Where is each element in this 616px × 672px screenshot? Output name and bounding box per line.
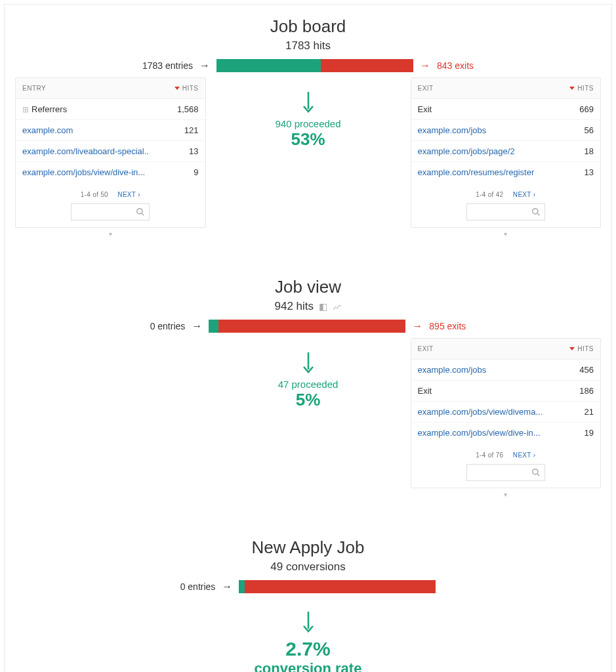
entries-label: 1783 entries bbox=[142, 60, 193, 71]
exits-label: 895 exits bbox=[429, 321, 466, 331]
arrow-down-icon bbox=[302, 610, 315, 634]
final-column: 2.7% conversion rate 49 out of 1783 visi… bbox=[11, 593, 605, 672]
row-hits: 456 bbox=[561, 365, 594, 375]
table-row[interactable]: ⊞Referrers1,568 bbox=[16, 99, 205, 120]
row-label: Exit bbox=[418, 386, 432, 396]
expand-icon[interactable]: ⊞ bbox=[22, 105, 29, 114]
row-hits: 186 bbox=[561, 386, 594, 396]
row-label[interactable]: example.com/jobs/page/2 bbox=[418, 146, 515, 156]
table-row[interactable]: example.com/jobs/view/dive-in...19 bbox=[411, 423, 601, 443]
exit-panel: EXIT HITS Exit669example.com/jobs56examp… bbox=[411, 77, 602, 228]
search-icon bbox=[531, 468, 541, 477]
panel-footer: 1-4 of 50 NEXT › bbox=[16, 182, 205, 227]
svg-line-4 bbox=[537, 213, 540, 216]
row-label: ⊞Referrers bbox=[22, 104, 67, 114]
row-label[interactable]: example.com/jobs/view/divema... bbox=[418, 407, 543, 417]
funnel-step-job-board: Job board 1783 hits 1783 entries → → 843… bbox=[11, 16, 605, 238]
table-row[interactable]: example.com121 bbox=[16, 120, 205, 141]
column-hits[interactable]: HITS bbox=[182, 85, 199, 92]
row-label[interactable]: example.com/jobs bbox=[418, 365, 487, 375]
row-label[interactable]: example.com/liveaboard-special.. bbox=[22, 146, 149, 156]
table-row[interactable]: Exit669 bbox=[411, 99, 601, 120]
flow-bar-exit bbox=[321, 59, 413, 72]
row-label[interactable]: example.com/resumes/register bbox=[418, 167, 535, 177]
table-row[interactable]: example.com/jobs456 bbox=[411, 360, 601, 381]
row-label[interactable]: example.com/jobs/view/dive-in... bbox=[22, 167, 145, 177]
search-input[interactable] bbox=[71, 203, 150, 220]
table-row[interactable]: example.com/jobs/view/dive-in...9 bbox=[16, 162, 205, 182]
table-row[interactable]: example.com/jobs56 bbox=[411, 120, 601, 141]
column-hits[interactable]: HITS bbox=[577, 85, 594, 92]
panel-expand-icon[interactable]: ▾ bbox=[407, 230, 606, 238]
flow-bar-proceed bbox=[239, 580, 245, 593]
flow-bar-proceed bbox=[216, 59, 321, 72]
segment-icon[interactable]: ◧ bbox=[319, 301, 327, 312]
arrow-right-icon: → bbox=[199, 60, 210, 72]
funnel-step-new-apply-job: New Apply Job 49 conversions 0 entries →… bbox=[11, 537, 605, 672]
sort-desc-icon bbox=[569, 87, 575, 90]
proceed-pct: 5% bbox=[210, 390, 407, 410]
column-hits[interactable]: HITS bbox=[577, 345, 594, 352]
page-info: 1-4 of 76 bbox=[476, 452, 503, 459]
panel-header[interactable]: ENTRY HITS bbox=[16, 78, 205, 99]
row-hits: 13 bbox=[561, 167, 594, 177]
arrow-right-icon: → bbox=[412, 320, 422, 332]
panel-expand-icon[interactable]: ▾ bbox=[407, 491, 606, 498]
funnel-report: Job board 1783 hits 1783 entries → → 843… bbox=[4, 4, 612, 672]
next-link[interactable]: NEXT › bbox=[513, 452, 535, 459]
svg-point-3 bbox=[533, 209, 538, 214]
row-label: Exit bbox=[418, 104, 432, 114]
next-link[interactable]: NEXT › bbox=[117, 191, 140, 198]
exit-panel: EXIT HITS example.com/jobs456Exit186exam… bbox=[411, 338, 602, 488]
proceed-column: 940 proceeded 53% bbox=[210, 77, 407, 150]
flow-bar-row: 0 entries → → 895 exits bbox=[11, 320, 605, 333]
row-label[interactable]: example.com bbox=[22, 125, 73, 135]
row-hits: 121 bbox=[166, 125, 199, 135]
arrow-down-icon bbox=[302, 351, 315, 375]
entry-panel: ENTRY HITS ⊞Referrers1,568example.com121… bbox=[15, 77, 206, 228]
flow-bar bbox=[209, 320, 405, 333]
search-input[interactable] bbox=[466, 464, 545, 481]
step-subtitle: 942 hits ◧ bbox=[11, 300, 605, 313]
proceed-label: 940 proceeded bbox=[210, 118, 407, 129]
entries-label: 0 entries bbox=[180, 581, 216, 592]
row-hits: 21 bbox=[561, 407, 594, 417]
arrow-right-icon: → bbox=[192, 320, 202, 332]
flow-bar bbox=[216, 59, 413, 72]
entries-label: 0 entries bbox=[150, 321, 186, 331]
search-icon bbox=[136, 207, 145, 217]
step-title: Job view bbox=[11, 277, 605, 297]
arrow-down-icon bbox=[302, 91, 315, 114]
table-row[interactable]: example.com/jobs/page/218 bbox=[411, 141, 601, 162]
column-exit[interactable]: EXIT bbox=[418, 345, 434, 352]
table-row[interactable]: example.com/resumes/register13 bbox=[411, 162, 601, 182]
column-entry[interactable]: ENTRY bbox=[22, 85, 46, 92]
step-title: Job board bbox=[11, 16, 605, 37]
search-icon bbox=[531, 207, 541, 217]
panel-footer: 1-4 of 42 NEXT › bbox=[411, 182, 601, 227]
sort-desc-icon bbox=[175, 87, 180, 90]
flow-bar-proceed bbox=[209, 320, 218, 333]
step-subtitle: 49 conversions bbox=[11, 560, 605, 574]
flow-bar-exit bbox=[245, 580, 436, 593]
proceed-pct: 53% bbox=[210, 129, 407, 150]
flow-bar-row: 0 entries → bbox=[11, 580, 605, 593]
table-row[interactable]: example.com/jobs/view/divema...21 bbox=[411, 402, 601, 423]
trend-icon[interactable] bbox=[333, 301, 342, 312]
row-label[interactable]: example.com/jobs/view/dive-in... bbox=[418, 428, 541, 438]
flow-bar-exit bbox=[218, 320, 405, 333]
panel-header[interactable]: EXIT HITS bbox=[411, 78, 601, 99]
conversion-rate-label: conversion rate bbox=[11, 660, 605, 672]
exits-label: 843 exits bbox=[437, 60, 474, 71]
arrow-right-icon: → bbox=[420, 60, 430, 72]
next-link[interactable]: NEXT › bbox=[513, 191, 535, 198]
search-input[interactable] bbox=[466, 203, 545, 220]
panel-expand-icon[interactable]: ▾ bbox=[11, 230, 210, 238]
row-label[interactable]: example.com/jobs bbox=[418, 125, 487, 135]
table-row[interactable]: example.com/liveaboard-special..13 bbox=[16, 141, 205, 162]
row-hits: 19 bbox=[561, 428, 594, 438]
column-exit[interactable]: EXIT bbox=[418, 85, 434, 92]
flow-bar bbox=[239, 580, 436, 593]
panel-header[interactable]: EXIT HITS bbox=[411, 339, 601, 360]
table-row[interactable]: Exit186 bbox=[411, 381, 601, 402]
